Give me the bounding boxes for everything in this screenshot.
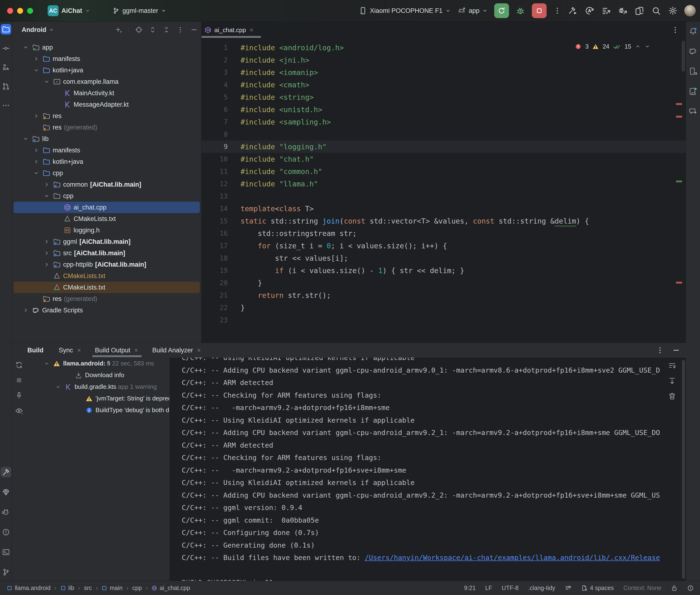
- commit-tool-button[interactable]: [1, 43, 11, 54]
- select-opened-file-button[interactable]: [135, 26, 143, 34]
- attach-debugger-button[interactable]: [618, 6, 627, 16]
- device-selector[interactable]: Xiaomi POCOPHONE F1: [359, 7, 451, 15]
- build-tree-item[interactable]: 'jvmTarget: String' is deprec: [12, 393, 169, 404]
- tree-item-ggml[interactable]: ggml [AiChat.lib.main]: [13, 236, 200, 247]
- code-line-16[interactable]: 16 std::ostringstream str;: [201, 227, 686, 239]
- notifications-button[interactable]: [688, 26, 698, 36]
- tree-item-cmakelists-txt[interactable]: CMakeLists.txt: [13, 282, 200, 293]
- code-line-3[interactable]: 3#include <iomanip>: [201, 66, 686, 79]
- code-line-6[interactable]: 6#include <unistd.h>: [201, 103, 686, 116]
- logcat-tool-button[interactable]: [1, 507, 11, 517]
- tree-item-messageadapter-kt[interactable]: MessageAdapter.kt: [13, 99, 200, 110]
- console-link[interactable]: /Users/hanyin/Workspace/ai-chat/examples…: [365, 554, 660, 562]
- encoding-indicator[interactable]: UTF-8: [502, 585, 519, 591]
- device-mirroring-button[interactable]: [635, 6, 644, 16]
- build-tool-button[interactable]: [1, 467, 11, 477]
- caret-position[interactable]: 9:21: [464, 585, 476, 591]
- tree-item-com-example-llama[interactable]: com.example.llama: [13, 76, 200, 87]
- breadcrumb-item-main[interactable]: main: [102, 585, 122, 591]
- console-scrollbar[interactable]: [682, 360, 685, 579]
- build-tab-build-analyzer[interactable]: Build Analyzer: [152, 343, 201, 358]
- collapse-all-button[interactable]: [163, 26, 170, 34]
- scrollbar-mark[interactable]: [676, 282, 682, 284]
- scrollbar-mark[interactable]: [676, 116, 682, 118]
- tree-item-lib[interactable]: lib: [13, 133, 200, 144]
- build-tree-item[interactable]: build.gradle.kts app 1 warning: [12, 381, 169, 393]
- code-line-20[interactable]: 20 }: [201, 277, 686, 289]
- tree-item-manifests[interactable]: manifests: [13, 144, 200, 156]
- project-selector[interactable]: AC AiChat: [48, 5, 90, 16]
- terminal-tool-button[interactable]: [1, 547, 11, 557]
- more-tool-windows-button[interactable]: [1, 100, 11, 111]
- breadcrumb-item-ai-chat-cpp[interactable]: ai_chat.cpp: [151, 585, 190, 591]
- hide-panel-button[interactable]: [190, 26, 198, 34]
- tree-item-cpp-httplib[interactable]: cpp-httplib [AiChat.lib.main]: [13, 259, 200, 270]
- tree-item-common[interactable]: common [AiChat.lib.main]: [13, 179, 200, 190]
- stop-button[interactable]: [532, 3, 547, 18]
- close-icon[interactable]: [249, 27, 254, 33]
- code-line-23[interactable]: 23: [201, 314, 686, 326]
- tree-item-logging-h[interactable]: logging.h: [13, 225, 200, 236]
- code-line-17[interactable]: 17 for (size_t i = 0; i < values.size();…: [201, 239, 686, 252]
- app-quality-insights-button[interactable]: [1, 487, 11, 498]
- inspections-widget[interactable]: 3 24 15: [575, 42, 650, 50]
- code-area[interactable]: 1#include <android/log.h>2#include <jni.…: [201, 38, 686, 343]
- apply-changes-button[interactable]: [585, 6, 594, 16]
- running-devices-button[interactable]: [688, 86, 698, 96]
- tree-item-ai-chat-cpp[interactable]: ai_chat.cpp: [13, 202, 200, 213]
- scrollbar-mark[interactable]: [676, 103, 682, 105]
- code-line-22[interactable]: 22}: [201, 302, 686, 314]
- code-line-19[interactable]: 19 if (i < values.size() - 1) { str << d…: [201, 264, 686, 277]
- structure-tool-button[interactable]: [1, 62, 11, 73]
- expand-all-button[interactable]: [149, 26, 157, 34]
- user-avatar[interactable]: [684, 5, 696, 17]
- code-line-9[interactable]: 9#include "logging.h": [201, 140, 686, 153]
- pull-requests-tool-button[interactable]: [1, 81, 11, 92]
- event-log-button[interactable]: [687, 585, 694, 591]
- tree-item-kotlin-java[interactable]: kotlin+java: [13, 64, 200, 76]
- problems-tool-button[interactable]: [1, 527, 11, 537]
- lock-button[interactable]: [671, 585, 678, 591]
- editor-options-button[interactable]: [671, 26, 679, 34]
- code-line-14[interactable]: 14template<class T>: [201, 202, 686, 215]
- next-problem-button[interactable]: [644, 44, 650, 49]
- tree-item-cpp[interactable]: cpp: [13, 190, 200, 202]
- tree-item-cmakelists-txt[interactable]: CMakeLists.txt: [13, 270, 200, 282]
- project-tool-button[interactable]: [1, 24, 11, 34]
- build-tree-item[interactable]: Download info: [12, 369, 169, 381]
- breadcrumb-item-src[interactable]: src: [84, 585, 92, 591]
- previous-problem-button[interactable]: [635, 44, 641, 49]
- tree-item-res-generated[interactable]: res (generated): [13, 293, 200, 305]
- tree-item-res[interactable]: res: [13, 110, 200, 122]
- tree-item-res-generated[interactable]: res (generated): [13, 122, 200, 133]
- minimize-build-button[interactable]: [672, 346, 680, 354]
- code-line-12[interactable]: 12#include "llama.h": [201, 178, 686, 190]
- code-line-4[interactable]: 4#include <cmath>: [201, 79, 686, 91]
- profiler-button[interactable]: [601, 6, 611, 16]
- project-options-button[interactable]: [176, 26, 184, 34]
- settings-button[interactable]: [668, 6, 678, 16]
- debug-button[interactable]: [516, 6, 525, 16]
- gemini-tool-button[interactable]: [688, 106, 698, 116]
- code-line-21[interactable]: 21 return str.str();: [201, 289, 686, 302]
- code-line-7[interactable]: 7#include <sampling.h>: [201, 116, 686, 128]
- build-console[interactable]: C/C++: -- Using KleidiAI optimized kerne…: [170, 358, 686, 581]
- tree-item-cmakelists-txt[interactable]: CMakeLists.txt: [13, 213, 200, 225]
- build-tab-sync[interactable]: Sync: [59, 343, 82, 358]
- gradle-tool-button[interactable]: [688, 46, 698, 56]
- build-button[interactable]: [568, 6, 578, 16]
- breadcrumb-item-lib[interactable]: lib: [60, 585, 74, 591]
- clear-console-button[interactable]: [668, 392, 676, 400]
- zoom-window-button[interactable]: [27, 8, 33, 14]
- context-indicator[interactable]: Context: None: [623, 585, 662, 591]
- more-run-options-button[interactable]: [553, 7, 561, 15]
- code-line-2[interactable]: 2#include <jni.h>: [201, 54, 686, 66]
- device-manager-button[interactable]: [688, 66, 698, 77]
- code-line-5[interactable]: 5#include <string>: [201, 91, 686, 103]
- scroll-to-end-button[interactable]: [668, 377, 676, 385]
- code-line-18[interactable]: 18 str << values[i];: [201, 252, 686, 264]
- close-window-button[interactable]: [7, 8, 13, 14]
- tree-item-app[interactable]: app: [13, 42, 200, 53]
- code-line-15[interactable]: 15static std::string join(const std::vec…: [201, 215, 686, 227]
- breadcrumb-item-cpp[interactable]: cpp: [132, 585, 142, 591]
